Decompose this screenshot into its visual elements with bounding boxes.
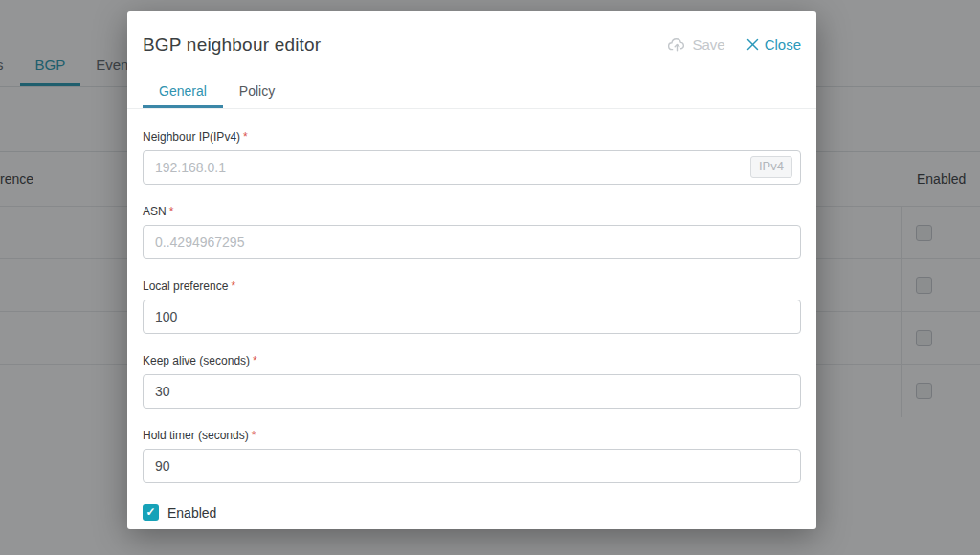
cloud-upload-icon [668, 37, 686, 52]
label-text: Neighbour IP(IPv4) [143, 130, 240, 144]
dialog-tabs: General Policy [127, 76, 816, 109]
asn-input[interactable] [143, 225, 801, 259]
required-asterisk: * [253, 354, 257, 367]
tab-general[interactable]: General [143, 76, 223, 108]
neighbour-ip-label: Neighbour IP(IPv4)* [143, 130, 801, 144]
local-preference-input[interactable] [143, 300, 801, 334]
label-text: ASN [143, 205, 167, 218]
required-asterisk: * [252, 429, 256, 442]
close-x-icon [746, 38, 759, 51]
required-asterisk: * [243, 130, 248, 144]
enabled-checkbox-label: Enabled [167, 505, 216, 521]
field-asn: ASN* [143, 205, 801, 259]
neighbour-ip-input-wrap: IPv4 [143, 150, 801, 185]
enabled-checkbox-row[interactable]: ✓ Enabled [143, 504, 801, 521]
close-button-label: Close [765, 36, 801, 53]
tab-policy[interactable]: Policy [223, 76, 291, 108]
keep-alive-label: Keep alive (seconds)* [143, 354, 801, 367]
field-local-preference: Local preference* [143, 279, 801, 334]
enabled-checkbox[interactable]: ✓ [143, 504, 159, 521]
save-button-label: Save [692, 36, 724, 53]
required-asterisk: * [231, 279, 235, 293]
field-neighbour-ip: Neighbour IP(IPv4)* IPv4 [143, 130, 801, 185]
label-text: Keep alive (seconds) [143, 354, 250, 367]
close-button[interactable]: Close [746, 36, 801, 53]
ipv4-addon-badge: IPv4 [750, 156, 792, 178]
dialog-body: Neighbour IP(IPv4)* IPv4 ASN* Local pref… [127, 130, 816, 521]
bgp-neighbour-editor-dialog: BGP neighbour editor Save [127, 11, 816, 529]
save-button[interactable]: Save [668, 36, 724, 53]
field-hold-timer: Hold timer (seconds)* [143, 429, 801, 483]
dialog-header: BGP neighbour editor Save [127, 11, 816, 56]
label-text: Local preference [143, 279, 228, 293]
local-preference-input-wrap [143, 300, 801, 334]
hold-timer-input-wrap [143, 449, 801, 483]
dialog-actions: Save Close [668, 34, 801, 53]
required-asterisk: * [169, 205, 174, 218]
keep-alive-input-wrap [143, 374, 801, 409]
label-text: Hold timer (seconds) [143, 429, 249, 442]
keep-alive-input[interactable] [143, 374, 801, 409]
hold-timer-input[interactable] [143, 449, 801, 483]
dialog-title: BGP neighbour editor [143, 34, 321, 56]
field-keep-alive: Keep alive (seconds)* [143, 354, 801, 409]
neighbour-ip-input[interactable] [143, 150, 801, 185]
asn-input-wrap [143, 225, 801, 259]
hold-timer-label: Hold timer (seconds)* [143, 429, 801, 442]
local-preference-label: Local preference* [143, 279, 801, 293]
asn-label: ASN* [143, 205, 801, 218]
